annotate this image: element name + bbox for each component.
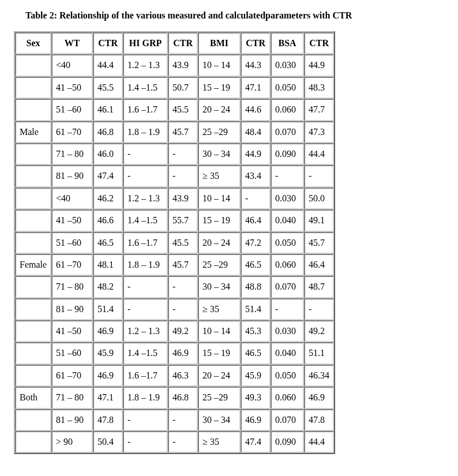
- cell-bmi: ≥ 35: [198, 165, 241, 187]
- table-header-row: Sex WT CTR HI GRP CTR BMI CTR BSA CTR: [15, 32, 334, 54]
- cell-wt: 71 – 80: [51, 387, 93, 408]
- cell-ctr-bmi: 47.4: [241, 431, 271, 453]
- cell-sex: [15, 320, 51, 342]
- cell-ctr-hi: 55.7: [168, 209, 198, 231]
- cell-bsa: 0.040: [271, 209, 304, 231]
- cell-ctr-hi: 43.9: [168, 54, 198, 76]
- cell-ctr-wt: 51.4: [93, 298, 123, 320]
- cell-ctr-bsa: -: [304, 298, 334, 320]
- cell-hi: 1.4 –1.5: [123, 342, 168, 364]
- cell-bsa: 0.060: [271, 254, 304, 276]
- table-row: 51 –6046.11.6 –1.745.520 – 2444.60.06047…: [15, 99, 334, 121]
- cell-wt: 61 –70: [51, 254, 93, 276]
- col-ctr-bsa: CTR: [304, 32, 334, 54]
- cell-ctr-hi: -: [168, 431, 198, 453]
- cell-ctr-hi: -: [168, 276, 198, 298]
- cell-ctr-hi: 45.7: [168, 121, 198, 143]
- table-row: 71 – 8048.2--30 – 3448.80.07048.7: [15, 276, 334, 298]
- cell-bsa: 0.090: [271, 143, 304, 165]
- table-row: <4044.41.2 – 1.343.910 – 1444.30.03044.9: [15, 54, 334, 76]
- cell-hi: -: [123, 276, 168, 298]
- cell-ctr-wt: 48.2: [93, 276, 123, 298]
- cell-ctr-bsa: 50.0: [304, 188, 334, 209]
- table-row: 41 –5045.51.4 –1.550.715 – 1947.10.05048…: [15, 77, 334, 99]
- cell-hi: 1.6 –1.7: [123, 232, 168, 254]
- table-row: 41 –5046.91.2 – 1.349.210 – 1445.30.0304…: [15, 320, 334, 342]
- cell-wt: 71 – 80: [51, 276, 93, 298]
- cell-ctr-bsa: 46.34: [304, 365, 334, 387]
- cell-hi: 1.2 – 1.3: [123, 54, 168, 76]
- cell-bsa: 0.090: [271, 431, 304, 453]
- cell-ctr-bsa: 48.3: [304, 77, 334, 99]
- cell-sex: [15, 342, 51, 364]
- cell-ctr-wt: 46.8: [93, 121, 123, 143]
- cell-ctr-bmi: 47.1: [241, 77, 271, 99]
- cell-wt: 61 –70: [51, 121, 93, 143]
- cell-sex: [15, 209, 51, 231]
- cell-ctr-bsa: 47.8: [304, 409, 334, 431]
- cell-ctr-bsa: 46.4: [304, 254, 334, 276]
- cell-wt: 81 – 90: [51, 298, 93, 320]
- cell-bmi: 20 – 24: [198, 232, 241, 254]
- cell-bsa: 0.030: [271, 320, 304, 342]
- cell-bmi: 20 – 24: [198, 99, 241, 121]
- cell-sex: [15, 431, 51, 453]
- cell-wt: 51 –60: [51, 342, 93, 364]
- table-row: 71 – 8046.0--30 – 3444.90.09044.4: [15, 143, 334, 165]
- cell-ctr-bsa: 49.2: [304, 320, 334, 342]
- cell-ctr-bsa: 51.1: [304, 342, 334, 364]
- cell-hi: 1.8 – 1.9: [123, 254, 168, 276]
- cell-ctr-hi: -: [168, 409, 198, 431]
- cell-bsa: 0.030: [271, 188, 304, 209]
- cell-ctr-bmi: 45.9: [241, 365, 271, 387]
- cell-ctr-hi: -: [168, 165, 198, 187]
- table-row: Male61 –7046.81.8 – 1.945.725 –2948.40.0…: [15, 121, 334, 143]
- table-row: 81 – 9051.4--≥ 3551.4--: [15, 298, 334, 320]
- col-ctr-bmi: CTR: [241, 32, 271, 54]
- cell-ctr-wt: 46.6: [93, 209, 123, 231]
- cell-ctr-bmi: 46.5: [241, 254, 271, 276]
- cell-ctr-bmi: 46.5: [241, 342, 271, 364]
- cell-sex: Female: [15, 254, 51, 276]
- cell-ctr-bmi: 48.8: [241, 276, 271, 298]
- cell-ctr-bmi: 43.4: [241, 165, 271, 187]
- cell-sex: [15, 298, 51, 320]
- col-wt: WT: [51, 32, 93, 54]
- data-table: Sex WT CTR HI GRP CTR BMI CTR BSA CTR <4…: [14, 31, 335, 454]
- cell-wt: 41 –50: [51, 320, 93, 342]
- cell-ctr-hi: -: [168, 143, 198, 165]
- cell-bsa: 0.050: [271, 365, 304, 387]
- cell-hi: -: [123, 298, 168, 320]
- cell-ctr-wt: 47.4: [93, 165, 123, 187]
- cell-ctr-wt: 44.4: [93, 54, 123, 76]
- cell-bmi: ≥ 35: [198, 431, 241, 453]
- cell-bmi: ≥ 35: [198, 298, 241, 320]
- cell-bmi: 10 – 14: [198, 188, 241, 209]
- cell-ctr-bsa: 49.1: [304, 209, 334, 231]
- cell-wt: 61 –70: [51, 365, 93, 387]
- cell-hi: 1.2 – 1.3: [123, 188, 168, 209]
- table-row: Female61 –7048.11.8 – 1.945.725 –2946.50…: [15, 254, 334, 276]
- cell-bsa: -: [271, 165, 304, 187]
- table-row: 51 –6046.51.6 –1.745.520 – 2447.20.05045…: [15, 232, 334, 254]
- cell-ctr-bmi: 44.3: [241, 54, 271, 76]
- cell-bmi: 20 – 24: [198, 365, 241, 387]
- cell-hi: 1.6 –1.7: [123, 365, 168, 387]
- cell-ctr-bsa: 48.7: [304, 276, 334, 298]
- col-bmi: BMI: [198, 32, 241, 54]
- cell-sex: [15, 188, 51, 209]
- table-row: <4046.21.2 – 1.343.910 – 14-0.03050.0: [15, 188, 334, 209]
- cell-ctr-bsa: 44.9: [304, 54, 334, 76]
- cell-sex: [15, 232, 51, 254]
- table-row: Both71 – 8047.11.8 – 1.946.825 –2949.30.…: [15, 387, 334, 408]
- cell-ctr-bmi: 44.9: [241, 143, 271, 165]
- cell-ctr-wt: 46.5: [93, 232, 123, 254]
- table-title: Table 2: Relationship of the various mea…: [25, 10, 451, 21]
- cell-sex: [15, 54, 51, 76]
- cell-bsa: 0.050: [271, 77, 304, 99]
- cell-ctr-bmi: 47.2: [241, 232, 271, 254]
- cell-sex: [15, 276, 51, 298]
- cell-bmi: 30 – 34: [198, 409, 241, 431]
- cell-ctr-wt: 45.9: [93, 342, 123, 364]
- cell-ctr-wt: 46.1: [93, 99, 123, 121]
